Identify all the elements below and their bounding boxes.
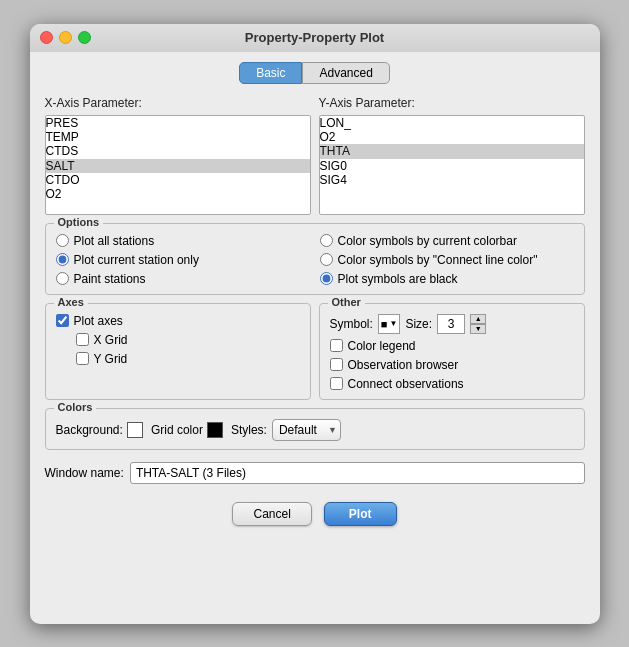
stepper-down[interactable]: ▼ [470, 324, 486, 334]
radio-all-stations-input[interactable] [56, 234, 69, 247]
x-grid-checkbox[interactable] [76, 333, 89, 346]
grid-color-row: Grid color [151, 422, 223, 438]
x-axis-col: X-Axis Parameter: PRES TEMP CTDS SALT CT… [45, 96, 311, 215]
styles-row: Styles: Default Classic Modern [231, 419, 341, 441]
styles-select-wrapper: Default Classic Modern [272, 419, 341, 441]
x-axis-label: X-Axis Parameter: [45, 96, 311, 110]
size-input[interactable] [437, 314, 465, 334]
tab-bar: Basic Advanced [45, 62, 585, 84]
options-left: Plot all stations Plot current station o… [56, 234, 310, 286]
list-item[interactable]: PRES [46, 116, 310, 130]
radio-current-station-input[interactable] [56, 253, 69, 266]
radio-symbols-black-input[interactable] [320, 272, 333, 285]
params-row: X-Axis Parameter: PRES TEMP CTDS SALT CT… [45, 96, 585, 215]
list-item[interactable]: O2 [46, 187, 310, 201]
close-button[interactable] [40, 31, 53, 44]
radio-all-stations[interactable]: Plot all stations [56, 234, 310, 248]
color-legend-row[interactable]: Color legend [330, 339, 574, 353]
radio-color-colorbar[interactable]: Color symbols by current colorbar [320, 234, 574, 248]
background-label: Background: [56, 423, 123, 437]
y-axis-col: Y-Axis Parameter: LON_ O2 THTA SIG0 SIG4 [319, 96, 585, 215]
plot-axes-checkbox[interactable] [56, 314, 69, 327]
stepper-up[interactable]: ▲ [470, 314, 486, 324]
list-item[interactable]: SIG0 [320, 159, 584, 173]
options-legend: Options [54, 216, 104, 228]
window-name-input[interactable] [130, 462, 585, 484]
symbol-label: Symbol: [330, 317, 373, 331]
radio-paint-stations-input[interactable] [56, 272, 69, 285]
radio-symbols-black[interactable]: Plot symbols are black [320, 272, 574, 286]
list-item[interactable]: TEMP [46, 130, 310, 144]
tab-advanced[interactable]: Advanced [302, 62, 389, 84]
content-area: Basic Advanced X-Axis Parameter: PRES TE… [30, 52, 600, 541]
radio-color-connect[interactable]: Color symbols by "Connect line color" [320, 253, 574, 267]
size-stepper[interactable]: ▲ ▼ [470, 314, 486, 334]
axes-section: Axes Plot axes X Grid Y Grid [45, 303, 311, 400]
connect-observations-checkbox[interactable] [330, 377, 343, 390]
other-content: Symbol: ■ ▼ Size: ▲ ▼ [330, 314, 574, 391]
list-item[interactable]: CTDS [46, 144, 310, 158]
plot-axes-row[interactable]: Plot axes [56, 314, 300, 328]
styles-select[interactable]: Default Classic Modern [272, 419, 341, 441]
list-item[interactable]: CTDO [46, 173, 310, 187]
y-axis-list[interactable]: LON_ O2 THTA SIG0 SIG4 [319, 115, 585, 215]
maximize-button[interactable] [78, 31, 91, 44]
list-item[interactable]: O2 [320, 130, 584, 144]
y-grid-checkbox[interactable] [76, 352, 89, 365]
window-name-label: Window name: [45, 466, 124, 480]
symbol-select[interactable]: ■ ▼ [378, 314, 401, 334]
main-window: Property-Property Plot Basic Advanced X-… [30, 24, 600, 624]
options-content: Plot all stations Plot current station o… [56, 234, 574, 286]
list-item[interactable]: LON_ [320, 116, 584, 130]
traffic-lights [40, 31, 91, 44]
radio-paint-stations[interactable]: Paint stations [56, 272, 310, 286]
background-row: Background: [56, 422, 143, 438]
x-axis-list-container: PRES TEMP CTDS SALT CTDO O2 [45, 115, 311, 215]
buttons-row: Cancel Plot [45, 502, 585, 526]
y-axis-list-container: LON_ O2 THTA SIG0 SIG4 [319, 115, 585, 215]
observation-browser-row[interactable]: Observation browser [330, 358, 574, 372]
radio-current-station[interactable]: Plot current station only [56, 253, 310, 267]
y-axis-label: Y-Axis Parameter: [319, 96, 585, 110]
radio-color-connect-input[interactable] [320, 253, 333, 266]
symbol-row: Symbol: ■ ▼ Size: ▲ ▼ [330, 314, 574, 334]
connect-observations-row[interactable]: Connect observations [330, 377, 574, 391]
colors-section: Colors Background: Grid color Styles: De… [45, 408, 585, 450]
lower-sections: Axes Plot axes X Grid Y Grid [45, 303, 585, 400]
grid-color-label: Grid color [151, 423, 203, 437]
grid-color-swatch[interactable] [207, 422, 223, 438]
symbol-dropdown-arrow: ▼ [390, 319, 398, 328]
axes-content: Plot axes X Grid Y Grid [56, 314, 300, 366]
colors-legend: Colors [54, 401, 97, 413]
titlebar: Property-Property Plot [30, 24, 600, 52]
list-item[interactable]: THTA [320, 144, 584, 158]
other-legend: Other [328, 296, 365, 308]
observation-browser-checkbox[interactable] [330, 358, 343, 371]
radio-color-colorbar-input[interactable] [320, 234, 333, 247]
plot-button[interactable]: Plot [324, 502, 397, 526]
window-name-row: Window name: [45, 462, 585, 484]
colors-content: Background: Grid color Styles: Default C… [56, 419, 574, 441]
tab-basic[interactable]: Basic [239, 62, 302, 84]
minimize-button[interactable] [59, 31, 72, 44]
window-title: Property-Property Plot [245, 30, 384, 45]
options-section: Options Plot all stations Plot current s… [45, 223, 585, 295]
options-right: Color symbols by current colorbar Color … [320, 234, 574, 286]
color-legend-checkbox[interactable] [330, 339, 343, 352]
other-section: Other Symbol: ■ ▼ Size: ▲ ▼ [319, 303, 585, 400]
styles-label: Styles: [231, 423, 267, 437]
y-grid-row[interactable]: Y Grid [76, 352, 300, 366]
background-swatch[interactable] [127, 422, 143, 438]
list-item[interactable]: SIG4 [320, 173, 584, 187]
axes-legend: Axes [54, 296, 88, 308]
x-grid-row[interactable]: X Grid [76, 333, 300, 347]
size-label: Size: [405, 317, 432, 331]
list-item[interactable]: SALT [46, 159, 310, 173]
cancel-button[interactable]: Cancel [232, 502, 311, 526]
x-axis-list[interactable]: PRES TEMP CTDS SALT CTDO O2 [45, 115, 311, 215]
